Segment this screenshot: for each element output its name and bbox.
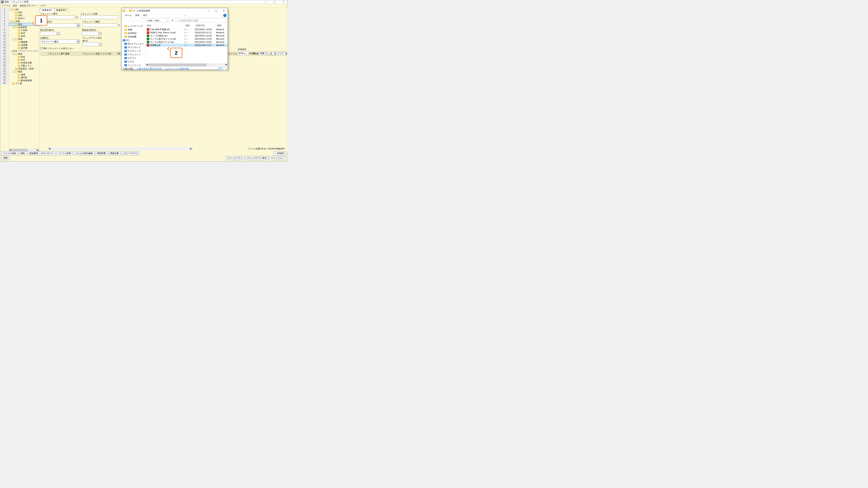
explorer-tree-item[interactable]: レコーディング — [122, 24, 145, 28]
tree-item[interactable]: DR2 — [9, 14, 39, 17]
result-scrollbar[interactable]: ◄ ► — [48, 147, 192, 150]
eraser-icon[interactable]: ⌫ — [252, 52, 255, 55]
scroll-right-icon[interactable]: ► — [189, 147, 192, 150]
file-row[interactable]: DEMO_Part_Plan⑤~6.pdf⊘ ℛ2019/12/16 15:12… — [146, 31, 228, 34]
btn-numbering[interactable]: 採番 — [1, 156, 9, 160]
col-rev[interactable]: 版数 — [64, 52, 82, 55]
menu-persist[interactable]: 永続化プロパティ — [19, 4, 38, 7]
nav-dropdown-icon[interactable]: ⌄ — [132, 19, 136, 22]
tree-item[interactable]: 外注（アウトソーシング） — [9, 50, 39, 53]
explorer-tree[interactable]: レコーディング画像社内申請年末調整PC3D オブジェクトダウンロードデスクトップ… — [122, 24, 146, 66]
file-row[interactable]: サンプル部品マスタ.xlsx⊘ ℛ2021/03/11 19:36Microso… — [146, 40, 228, 43]
btn-add-file[interactable]: ファイル追加 — [1, 151, 18, 155]
tree-item[interactable]: 外作 — [9, 32, 39, 35]
nav-forward-icon[interactable]: → — [127, 19, 131, 22]
maximize-button[interactable]: ▢ — [272, 1, 277, 3]
col-filename[interactable]: ファイル名 — [100, 52, 117, 55]
tree-scrollbar[interactable]: ◄ ► — [9, 149, 39, 152]
tree-item[interactable]: DR1 — [9, 11, 39, 14]
search-icon[interactable] — [57, 32, 60, 35]
col-date[interactable]: 更新日時 — [195, 24, 216, 28]
view-details-icon[interactable] — [219, 67, 222, 70]
checkbox-hide-abolished[interactable]: ✓ — [40, 47, 42, 50]
tab-search1[interactable]: 検索条件1 — [40, 8, 54, 12]
btn-folder-link[interactable]: フォルダ紐付編集 — [73, 151, 94, 155]
tree-item[interactable]: 請求書 — [9, 46, 39, 50]
tree-toggle-icon[interactable]: - — [12, 38, 14, 40]
tree-toggle-icon[interactable]: - — [12, 26, 14, 28]
ribbon-expand-icon[interactable]: ⌄ — [184, 14, 186, 17]
address-bar[interactable]: « Celb› Celb... ⌄ — [142, 18, 169, 23]
explorer-search[interactable]: ⌕ Celb提供資料の検索 — [176, 18, 226, 23]
tree-item[interactable]: 外作 — [9, 58, 39, 61]
btn-checkout-cancel[interactable]: チェックアウト取消 — [245, 156, 269, 160]
search-button[interactable]: 検索 — [258, 51, 266, 56]
prev-page-button[interactable]: ‹ — [267, 52, 271, 55]
path-dropdown-icon[interactable]: ⌄ — [166, 19, 168, 22]
btn-file-ref[interactable]: ファイル参照 — [56, 151, 73, 155]
menu-settings[interactable]: 設定 — [12, 4, 18, 7]
exp-close-button[interactable]: ✕ — [221, 9, 227, 12]
clear-button[interactable]: クリア — [276, 51, 286, 56]
folder-tree[interactable]: -DRDR1DR2DR3-3-共通設計-生産管理工程表外作内作-積算概算書見積書… — [9, 8, 39, 152]
tree-item[interactable]: 設計 — [9, 23, 39, 26]
explorer-scrollbar[interactable]: ◄► — [146, 63, 228, 66]
col-type[interactable]: 種類 — [216, 24, 228, 28]
tree-item[interactable]: -DR — [9, 8, 39, 11]
explorer-tree-item[interactable]: 年末調整 — [122, 35, 145, 38]
combo-ext[interactable]: 条件なし — [238, 52, 249, 56]
tree-item[interactable]: -製造 — [9, 53, 39, 56]
exp-maximize-button[interactable]: ▢ — [213, 9, 219, 12]
input-checkout[interactable] — [82, 42, 99, 46]
explorer-tree-item[interactable]: 社内申請 — [122, 31, 145, 35]
input-registered[interactable] — [82, 32, 99, 35]
search-icon[interactable] — [99, 43, 102, 46]
combo-public[interactable]: プライベート優先▾ — [40, 40, 80, 43]
input-revised[interactable] — [40, 32, 57, 35]
ribbon-view[interactable]: 表示 — [143, 14, 147, 17]
search-icon[interactable] — [99, 32, 102, 35]
tree-toggle-icon[interactable]: - — [10, 8, 12, 11]
menu-file[interactable]: ファイル — [1, 4, 11, 7]
explorer-tree-item[interactable]: ダウンロード — [122, 45, 145, 49]
btn-group-master[interactable]: グループマスタ — [121, 151, 140, 155]
tree-item[interactable]: 内作 — [9, 35, 39, 38]
explorer-tree-item[interactable]: ミュージック — [122, 63, 145, 66]
btn-temp-save[interactable]: 一時保存 — [274, 151, 286, 155]
tree-item[interactable]: ゴミ箱 — [9, 82, 39, 85]
file-row[interactable]: サンプル構成.xlsx⊘ ℛ2021/03/11 15:59Microsof — [146, 34, 228, 37]
nav-back-icon[interactable]: ← — [123, 19, 126, 22]
explorer-tree-item[interactable]: デスクトップ — [122, 49, 145, 53]
file-row[interactable]: サンプル取引先マスタ.xlsx⊘ ℛ2021/03/12 13:28Micros… — [146, 37, 228, 40]
tree-item[interactable]: 通門証 — [9, 76, 39, 79]
explorer-tree-item[interactable]: ビデオ — [122, 60, 145, 63]
tree-item[interactable]: 概算書 — [9, 41, 39, 43]
tree-item[interactable]: -物流 — [9, 70, 39, 73]
tree-item[interactable]: 見積書 — [9, 43, 39, 46]
col-status[interactable]: 状態 — [184, 24, 195, 28]
btn-delete[interactable]: 削除 — [19, 151, 27, 155]
explorer-tree-item[interactable]: 3D オブジェクト — [122, 42, 145, 45]
input-docname[interactable] — [80, 15, 118, 19]
close-button[interactable]: ✕ — [281, 1, 286, 3]
tab-search2[interactable]: 検索条件2 — [54, 8, 68, 12]
tree-item[interactable]: -生産管理 — [9, 26, 39, 29]
exp-minimize-button[interactable]: — — [206, 9, 212, 12]
tree-toggle-icon[interactable]: - — [12, 53, 14, 55]
file-row[interactable]: Celb 操作手順書.pdf⊘ ℛ2021/03/11 15:58Adobe A — [146, 28, 228, 31]
minimize-button[interactable]: — — [262, 1, 268, 3]
nav-up-icon[interactable]: ↑ — [137, 19, 141, 22]
explorer-tree-item[interactable]: ピクチャ — [122, 56, 145, 60]
explorer-tree-item[interactable]: ドキュメント — [122, 53, 145, 56]
input-doctype[interactable] — [82, 24, 118, 27]
tree-item[interactable]: 品質保証（品保） — [9, 67, 39, 70]
tree-item[interactable]: 作業指示書 — [9, 61, 39, 64]
view-tiles-icon[interactable] — [222, 67, 226, 70]
pencil-icon[interactable]: ✎ — [250, 52, 251, 55]
ribbon-share[interactable]: 共有 — [135, 14, 140, 17]
tree-item[interactable]: -共通 — [9, 20, 39, 23]
tree-item[interactable]: 倉庫 — [9, 73, 39, 76]
tree-item[interactable]: 手配リスト — [9, 64, 39, 67]
btn-related-part[interactable]: 関連品番 — [108, 151, 121, 155]
explorer-tree-item[interactable]: 画像 — [122, 28, 145, 31]
